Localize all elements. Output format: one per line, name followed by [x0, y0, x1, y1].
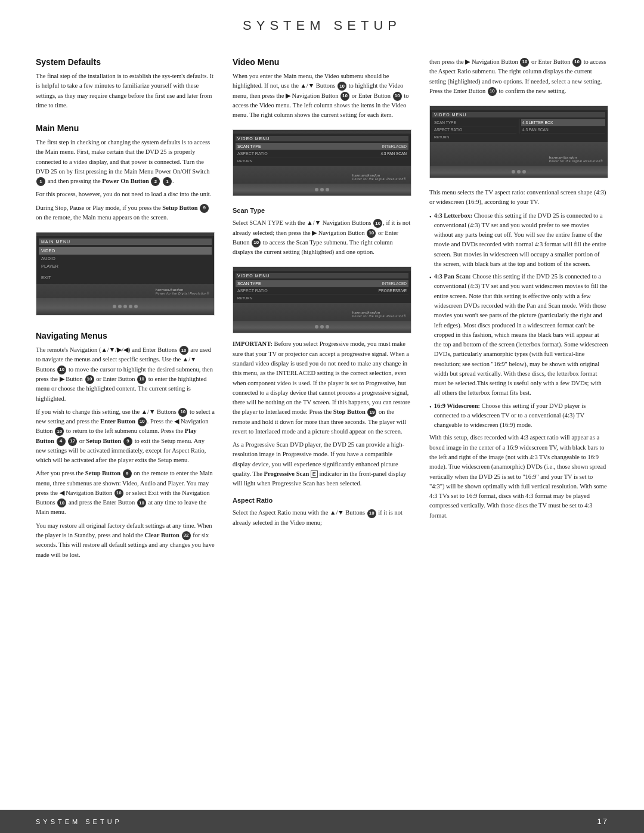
main-menu-p3: During Stop, Pause or Play mode, if you …: [36, 203, 215, 223]
btn-1b: 1: [163, 177, 172, 186]
btn-10p: 10: [252, 239, 261, 247]
page-footer: SYSTEM SETUP 17: [0, 810, 644, 833]
footer-left-text: SYSTEM SETUP: [36, 818, 122, 825]
btn-4: 4: [57, 437, 66, 446]
menu-note: This menu selects the TV aspect ratio: c…: [429, 188, 608, 208]
btn-19: 19: [367, 408, 376, 417]
btn-10h: 10: [114, 489, 123, 498]
btn-10l: 10: [340, 92, 349, 101]
main-menu-p2: For this process, however, you do not ne…: [36, 190, 215, 199]
bullet-letterbox: • 4:3 Letterbox: Choose this setting if …: [429, 211, 608, 270]
nav-p3: After you press the Setup Button 9 on th…: [36, 469, 215, 517]
btn-32: 32: [182, 531, 191, 540]
important-p1: IMPORTANT: Before you select Progressive…: [233, 339, 411, 436]
video-menu-heading: Video Menu: [233, 57, 411, 67]
page-header: SYSTEM SETUP: [0, 0, 644, 45]
video-menu-screenshot-1: VIDEO MENU SCAN TYPE INTERLACED ASPECT R…: [233, 129, 411, 196]
btn-2: 2: [151, 177, 160, 186]
system-defaults-heading: System Defaults: [36, 57, 215, 67]
video-menu-screenshot-2: VIDEO MENU SCAN TYPE INTERLACED ASPECT R…: [233, 267, 411, 333]
footer-page-number: 17: [597, 817, 608, 826]
btn-9a: 9: [200, 204, 209, 213]
col3-intro: then press the ▶ Navigation Button 10 or…: [429, 57, 608, 96]
column-2: Video Menu When you enter the Main menu,…: [233, 57, 411, 531]
video-menu-screenshot-3: VIDEO MENU SCAN TYPE ASPECT RATIO 4:3 LE…: [429, 106, 608, 178]
nav-p1: The remote's Navigation (▲/▼/▶/◀) and En…: [36, 345, 215, 404]
btn-10d: 10: [137, 375, 146, 384]
system-defaults-body: The final step of the installation is to…: [36, 72, 215, 110]
btn-10e: 10: [178, 408, 187, 417]
btn-1: 1: [36, 177, 45, 186]
nav-p4: You may restore all original factory def…: [36, 521, 215, 560]
btn-17: 17: [68, 437, 77, 446]
main-menu-screenshot: MAIN MENU VIDEO AUDIO PLAYER EXIT harman…: [36, 232, 215, 315]
btn-10o: 10: [367, 229, 376, 238]
btn-10s: 10: [572, 58, 581, 67]
scan-type-p1: Select SCAN TYPE with the ▲/▼ Navigation…: [233, 218, 411, 257]
btn-10i: 10: [57, 498, 66, 507]
btn-10q: 10: [367, 509, 376, 518]
bullet-widescreen: • 16:9 Widescreen: Choose this setting i…: [429, 401, 608, 431]
btn-10t: 10: [488, 87, 497, 96]
btn-10b: 10: [57, 366, 66, 374]
btn-9c: 9: [123, 469, 132, 478]
btn-10j: 10: [137, 498, 146, 507]
btn-10g: 10: [55, 427, 64, 436]
widescreen-note: With this setup, discs recorded with 4:3…: [429, 433, 608, 520]
bullet-panscan: • 4:3 Pan Scan: Choose this setting if t…: [429, 272, 608, 398]
btn-10m: 10: [393, 92, 402, 101]
video-menu-p1: When you enter the Main menu, the Video …: [233, 72, 411, 120]
btn-10n: 10: [373, 219, 382, 228]
main-menu-heading: Main Menu: [36, 123, 215, 133]
nav-p2: If you wish to change this setting, use …: [36, 407, 215, 466]
btn-10a: 10: [179, 346, 188, 355]
aspect-ratio-label: Aspect Ratio: [233, 496, 411, 506]
btn-10r: 10: [520, 58, 529, 67]
aspect-ratio-p1: Select the Aspect Ratio menu with the ▲/…: [233, 508, 411, 528]
scan-type-label: Scan Type: [233, 206, 411, 216]
column-1: System Defaults The final step of the in…: [36, 57, 215, 563]
main-menu-p1: The first step in checking or changing t…: [36, 138, 215, 186]
btn-10k: 10: [338, 82, 346, 91]
btn-10c: 10: [85, 375, 94, 384]
navigating-menus-heading: Navigating Menus: [36, 331, 215, 340]
progressive-p1: As a Progressive Scan DVD player, the DV…: [233, 440, 411, 488]
btn-10f: 10: [138, 417, 147, 426]
column-3: then press the ▶ Navigation Button 10 or…: [429, 57, 608, 524]
btn-9b: 9: [123, 437, 132, 446]
